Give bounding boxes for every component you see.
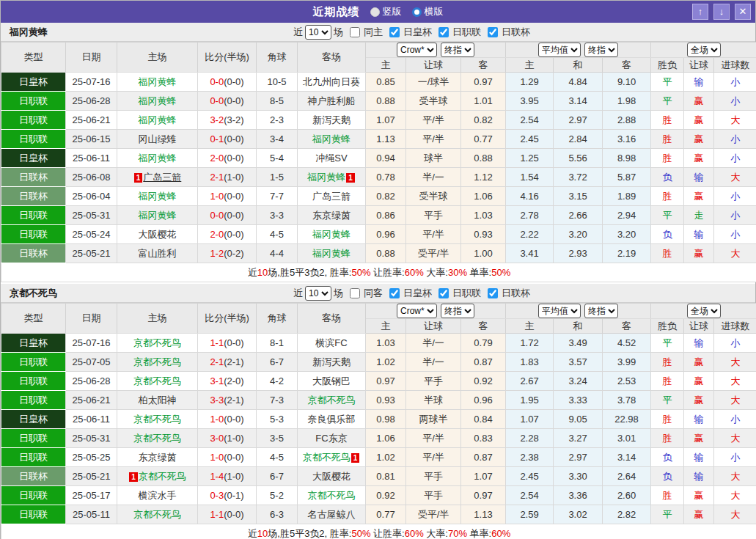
goals-result-cell: 小 [714,187,756,206]
corners-cell: 8-1 [257,334,298,353]
radio-selected-icon[interactable] [412,7,422,17]
goals-result-cell: 大 [714,372,756,391]
handicap-line-cell: 半/一 [406,168,461,187]
avg-home-odds-cell: 2.54 [506,486,554,505]
odds-time-select[interactable]: 终指 [441,43,474,57]
summary-stat-value: 50% [351,528,370,539]
col-goals: 进球数 [714,58,756,73]
match-date-cell: 25-06-11 [66,149,117,168]
match-date-cell: 25-05-31 [66,206,117,225]
horizontal-layout-label: 横版 [425,5,444,18]
handicap-home-odds-cell: 1.06 [366,429,406,448]
col-odds-home: 主 [366,319,406,334]
handicap-line-cell: 平手 [406,486,461,505]
handicap-home-odds-cell: 1.07 [366,111,406,130]
same-venue-checkbox[interactable] [350,288,360,298]
handicap-home-odds-cell: 0.86 [366,206,406,225]
avg-home-odds-cell: 1.54 [506,168,554,187]
home-team-cell: 东京绿茵 [117,448,198,467]
corners-cell: 6-7 [257,467,298,486]
avg-source-select[interactable]: 平均值 [538,304,581,318]
league-cup-checkbox[interactable] [488,288,498,298]
league-type-cell: 日职联 [1,391,66,410]
corners-cell: 4-5 [257,448,298,467]
goals-result-cell: 大 [714,244,756,263]
col-corner: 角球 [257,304,298,334]
team-name-link: FC东京 [315,433,347,444]
avg-source-select[interactable]: 平均值 [538,43,581,57]
avg-time-select[interactable]: 终指 [584,304,618,318]
scope-select[interactable]: 全场 [687,304,721,318]
avg-draw-odds-cell: 4.84 [554,73,603,92]
score-cell: 2-1(2-1) [198,353,257,372]
cup-emperor-checkbox[interactable] [389,288,400,298]
games-label: 场 [334,287,343,300]
radio-unselected-icon[interactable] [370,7,380,17]
recent-count-select[interactable]: 10 [305,25,331,40]
avg-draw-odds-cell: 2.66 [554,206,603,225]
avg-away-odds-cell: 2.94 [603,206,651,225]
cup-emperor-checkbox[interactable] [389,27,400,37]
wdl-result-cell: 平 [651,206,684,225]
team-name-link: 新泻天鹅 [312,356,351,367]
league-cup-label: 日联杯 [502,26,530,39]
handicap-away-odds-cell: 0.79 [461,334,506,353]
league-type-cell: 日职联 [1,372,66,391]
col-corner: 角球 [257,43,298,73]
team-name-link: 京都不死鸟 [308,490,356,501]
team-name-link[interactable]: 广岛三箭 [143,172,181,183]
avg-away-odds-cell: 3.01 [603,429,651,448]
col-avg-home: 主 [506,58,554,73]
handicap-away-odds-cell: 0.93 [461,225,506,244]
league-j1-checkbox[interactable] [438,288,449,298]
corners-cell: 8-5 [257,92,298,111]
move-down-button[interactable]: ↓ [713,4,730,20]
handicap-home-odds-cell: 1.03 [366,334,406,353]
goals-result-cell: 小 [714,334,756,353]
odds-source-select[interactable]: Crow* [397,43,437,57]
match-date-cell: 25-06-28 [66,92,117,111]
move-up-button[interactable]: ↑ [692,4,708,20]
odds-time-select[interactable]: 终指 [441,304,474,318]
score-cell: 1-4(1-0) [198,467,257,486]
scope-select[interactable]: 全场 [687,43,721,57]
league-cup-checkbox[interactable] [488,27,498,37]
avg-draw-odds-cell: 3.24 [554,372,603,391]
vertical-layout-radio[interactable]: 竖版 [370,5,402,18]
summary-row-2: 近10场,胜5平3负2, 胜率:50% 让胜率:60% 大率:70% 单率:60… [1,524,756,539]
same-venue-checkbox[interactable] [350,27,360,37]
goals-result-cell: 小 [714,92,756,111]
match-row: 日联杯 25-06-08 1广岛三箭 2-1(1-0) 1-5 福冈黄蜂1 0.… [1,168,756,187]
match-row: 日联杯 25-05-21 1京都不死鸟 1-4(1-0) 6-7 大阪樱花 0.… [1,467,756,486]
handicap-result-cell: 走 [684,206,714,225]
goals-result-cell: 大 [714,111,756,130]
match-row: 日职联 25-06-21 柏太阳神 3-3(2-1) 7-3 京都不死鸟 0.9… [1,391,756,410]
odds-source-select[interactable]: Crow* [397,304,437,318]
handicap-home-odds-cell: 0.93 [366,391,406,410]
corners-cell: 7-3 [257,391,298,410]
league-type-cell: 日皇杯 [1,410,66,429]
wdl-result-cell: 胜 [651,130,684,149]
handicap-result-cell: 输 [684,334,714,353]
match-date-cell: 25-07-16 [66,73,117,92]
close-button[interactable]: ✕ [735,4,751,20]
league-j1-checkbox[interactable] [438,27,449,37]
recent-count-select[interactable]: 10 [305,286,331,301]
team-name-link: 冈山绿雉 [139,133,177,144]
handicap-line-cell: 半/一 [406,353,461,372]
league-type-cell: 日职联 [1,505,66,524]
team-name-link: 京都不死鸟 [133,375,181,386]
avg-draw-odds-cell: 3.14 [554,92,603,111]
goals-result-cell: 大 [714,168,756,187]
summary-stat-value: 70% [448,528,467,539]
horizontal-layout-radio[interactable]: 横版 [412,5,444,18]
handicap-line-cell: 平手 [406,372,461,391]
avg-time-select[interactable]: 终指 [584,43,618,57]
team-name-link: 福冈黄蜂 [139,76,177,87]
vertical-layout-label: 竖版 [383,5,402,18]
avg-draw-odds-cell: 3.27 [554,429,603,448]
handicap-result-cell: 赢 [684,429,714,448]
team-name-link: 东京绿茵 [139,452,177,463]
summary-stat-label: 场,胜5平3负2, 胜率: [268,267,351,278]
team-name-link: 东京绿茵 [312,210,351,221]
